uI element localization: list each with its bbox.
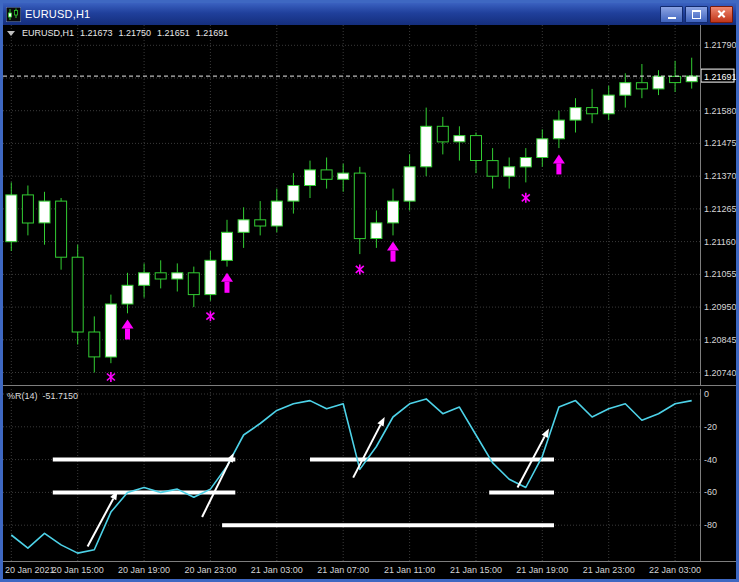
minimize-icon <box>668 17 676 19</box>
time-axis-label: 20 Jan 15:00 <box>52 565 104 575</box>
symbol-ohlc-label: EURUSD,H1 1.21673 1.21750 1.21651 1.2169… <box>7 28 228 38</box>
indicator-name: %R(14) <box>7 391 38 401</box>
time-axis-label: 21 Jan 03:00 <box>251 565 303 575</box>
svg-text:-40: -40 <box>704 455 717 465</box>
svg-text:1.20740: 1.20740 <box>704 368 736 378</box>
time-axis-label: 21 Jan 15:00 <box>450 565 502 575</box>
chart-window-icon <box>6 7 21 22</box>
svg-text:1.20950: 1.20950 <box>704 302 736 312</box>
indicator-value: -51.7150 <box>43 391 79 401</box>
svg-text:1.21691: 1.21691 <box>704 72 736 82</box>
time-axis-label: 20 Jan 2021 <box>5 565 55 575</box>
svg-text:1.21580: 1.21580 <box>704 106 736 116</box>
minimize-button[interactable] <box>660 6 683 23</box>
symbol-label: EURUSD,H1 <box>22 28 74 38</box>
price-chart-pane[interactable]: EURUSD,H1 1.21673 1.21750 1.21651 1.2169… <box>3 25 736 385</box>
time-axis-label: 20 Jan 23:00 <box>184 565 236 575</box>
symbol-dropdown-icon[interactable] <box>7 31 15 36</box>
time-axis-label: 20 Jan 19:00 <box>118 565 170 575</box>
open-value: 1.21673 <box>80 28 113 38</box>
bid-price-line: 1.21691 <box>3 69 736 82</box>
svg-text:1.21160: 1.21160 <box>704 237 736 247</box>
svg-text:1.21790: 1.21790 <box>704 40 736 50</box>
indicator-label: %R(14) -51.7150 <box>7 391 78 401</box>
williams-r-line <box>11 399 691 553</box>
svg-text:1.21055: 1.21055 <box>704 269 736 279</box>
window-controls <box>660 6 733 23</box>
close-value: 1.21691 <box>196 28 229 38</box>
close-button[interactable] <box>710 6 733 23</box>
svg-text:1.21475: 1.21475 <box>704 138 736 148</box>
svg-text:1.21265: 1.21265 <box>704 204 736 214</box>
time-axis-label: 21 Jan 19:00 <box>516 565 568 575</box>
svg-text:1.21370: 1.21370 <box>704 171 736 181</box>
high-value: 1.21750 <box>119 28 152 38</box>
close-icon <box>717 10 726 19</box>
candles <box>6 58 697 373</box>
time-axis-label: 21 Jan 07:00 <box>317 565 369 575</box>
signal-marks <box>107 154 565 382</box>
williams-r-plot[interactable]: 0-20-40-60-80 <box>3 389 736 561</box>
restore-button[interactable] <box>685 6 708 23</box>
svg-text:1.20845: 1.20845 <box>704 335 736 345</box>
candlestick-plot[interactable]: 1.216911.217901.215801.214751.213701.212… <box>3 25 736 385</box>
time-axis[interactable]: 20 Jan 202120 Jan 15:0020 Jan 19:0020 Ja… <box>3 561 736 579</box>
svg-text:-80: -80 <box>704 520 717 530</box>
chart-client-area: EURUSD,H1 1.21673 1.21750 1.21651 1.2169… <box>3 25 736 579</box>
svg-text:0: 0 <box>704 389 709 399</box>
price-axis-labels: 1.217901.215801.214751.213701.212651.211… <box>704 40 736 377</box>
indicator-axis-labels: 0-20-40-60-80 <box>704 389 717 530</box>
window-title: EURUSD,H1 <box>25 8 656 20</box>
low-value: 1.21651 <box>157 28 190 38</box>
svg-text:-60: -60 <box>704 487 717 497</box>
mt4-chart-window: EURUSD,H1 EURUSD,H1 1.21673 1.21750 1.21… <box>0 0 739 582</box>
indicator-pane[interactable]: %R(14) -51.7150 0-20-40-60-80 <box>3 389 736 561</box>
time-axis-label: 22 Jan 03:00 <box>649 565 701 575</box>
restore-icon <box>692 10 701 19</box>
time-axis-label: 21 Jan 11:00 <box>384 565 435 575</box>
svg-text:-20: -20 <box>704 422 717 432</box>
time-axis-label: 21 Jan 23:00 <box>583 565 635 575</box>
window-titlebar[interactable]: EURUSD,H1 <box>3 3 736 25</box>
